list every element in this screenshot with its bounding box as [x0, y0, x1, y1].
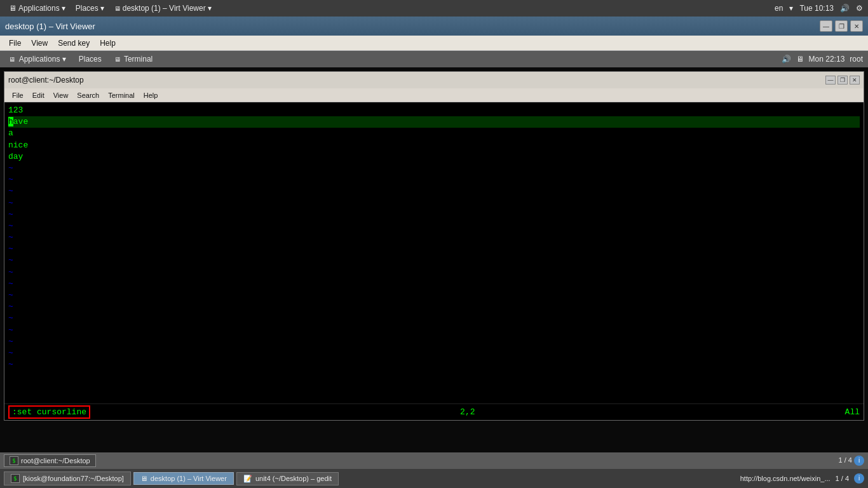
applications-label: Applications: [18, 4, 60, 13]
terminal-minimize[interactable]: —: [825, 76, 836, 85]
apps-chevron: ▾: [62, 4, 65, 13]
guest-clock: Mon 22:13: [809, 55, 845, 64]
term-menu-search[interactable]: Search: [73, 91, 103, 100]
term-menu-edit[interactable]: Edit: [29, 91, 48, 100]
system-bar-left: 🖥 Applications ▾ Places ▾ 🖥 desktop (1) …: [5, 3, 215, 14]
close-button[interactable]: ✕: [850, 20, 863, 32]
vim-tilde-6: ~: [8, 220, 860, 232]
terminal-titlebar: root@client:~/Desktop — ❐ ✕: [4, 72, 864, 88]
vim-statusbar: :set cursorline 2,2 All: [4, 403, 864, 420]
term-menu-help[interactable]: Help: [140, 91, 162, 100]
kiosk-label: [kiosk@foundation77:~/Desktop]: [23, 475, 124, 482]
host-taskbar: $ [kiosk@foundation77:~/Desktop] 🖥 deskt…: [0, 469, 868, 488]
term-menu-file[interactable]: File: [8, 91, 27, 100]
guest-user-label: root: [850, 55, 863, 64]
menu-sendkey[interactable]: Send key: [53, 37, 95, 49]
vim-line-2: have: [8, 116, 860, 128]
maximize-button[interactable]: ❐: [835, 20, 848, 32]
vim-tilde-5: ~: [8, 209, 860, 220]
host-task-gedit[interactable]: 📝 unit4 (~/Desktop) – gedit: [236, 472, 339, 485]
system-time: Tue 10:13: [799, 4, 834, 13]
guest-task-label: root@client:~/Desktop: [21, 457, 90, 464]
language-indicator[interactable]: en: [775, 4, 783, 13]
vim-tilde-3: ~: [8, 186, 860, 197]
guest-applications-menu[interactable]: 🖥 Applications ▾: [5, 53, 70, 65]
minimize-button[interactable]: —: [820, 20, 832, 32]
guest-desktop: root@client:~/Desktop — ❐ ✕ File Edit Vi…: [0, 67, 868, 452]
vim-command-input[interactable]: :set cursorline: [8, 405, 90, 419]
menu-help[interactable]: Help: [95, 37, 121, 49]
gedit-icon: 📝: [243, 475, 252, 483]
menu-view[interactable]: View: [26, 37, 53, 49]
vim-tilde-18: ~: [8, 359, 860, 370]
virt-viewer-title: desktop (1) – Virt Viewer: [5, 22, 95, 31]
virt-viewer-titlebar: desktop (1) – Virt Viewer — ❐ ✕: [0, 17, 868, 36]
term-menu-terminal[interactable]: Terminal: [104, 91, 139, 100]
guest-task-terminal[interactable]: $ root@client:~/Desktop: [4, 454, 96, 467]
terminal-controls: — ❐ ✕: [825, 76, 860, 85]
guest-terminal-label[interactable]: 🖥 Terminal: [111, 53, 156, 65]
applications-icon: 🖥: [9, 4, 17, 13]
titlebar-controls: — ❐ ✕: [820, 20, 863, 32]
guest-taskbar: $ root@client:~/Desktop 1 / 4 i: [0, 452, 868, 469]
vim-tilde-4: ~: [8, 198, 860, 209]
guest-places-label: Places: [79, 55, 102, 64]
guest-applications-label: Applications: [19, 55, 60, 64]
vim-tilde-12: ~: [8, 290, 860, 301]
terminal-maximize[interactable]: ❐: [837, 76, 848, 85]
window-menu-btn[interactable]: 🖥 desktop (1) – Virt Viewer ▾: [111, 3, 215, 14]
guest-taskbar-left: $ root@client:~/Desktop: [4, 454, 96, 467]
guest-display-icon: 🖥: [796, 55, 804, 64]
menu-file[interactable]: File: [4, 37, 26, 49]
vim-tilde-16: ~: [8, 336, 860, 348]
vim-tilde-9: ~: [8, 255, 860, 266]
vim-line-1: 123: [8, 105, 860, 116]
window-chevron: ▾: [208, 4, 212, 13]
virt-viewer-menubar: File View Send key Help: [0, 36, 868, 51]
host-task-virtviewer[interactable]: 🖥 desktop (1) – Virt Viewer: [133, 472, 234, 485]
guest-topbar: 🖥 Applications ▾ Places 🖥 Terminal 🔊 🖥 M…: [0, 51, 868, 67]
vim-editor[interactable]: 123 have a nice day ~ ~ ~ ~ ~ ~ ~ ~ ~ ~ …: [4, 102, 864, 403]
host-task-kiosk[interactable]: $ [kiosk@foundation77:~/Desktop]: [4, 471, 131, 485]
guest-pager: 1 / 4: [839, 456, 852, 464]
host-taskbar-items: $ [kiosk@foundation77:~/Desktop] 🖥 deskt…: [4, 471, 339, 485]
virtviewer-label: desktop (1) – Virt Viewer: [151, 475, 227, 482]
vim-tilde-1: ~: [8, 163, 860, 174]
guest-volume-icon[interactable]: 🔊: [782, 55, 791, 64]
vim-tilde-7: ~: [8, 232, 860, 243]
terminal-close[interactable]: ✕: [850, 76, 860, 85]
guest-places-menu[interactable]: Places: [75, 53, 105, 65]
vim-tilde-17: ~: [8, 348, 860, 359]
host-pager: 1 / 4: [836, 475, 849, 482]
vim-scroll-percent: All: [845, 407, 860, 417]
vim-tilde-8: ~: [8, 243, 860, 255]
vim-line-3: a: [8, 128, 860, 139]
guest-topbar-left: 🖥 Applications ▾ Places 🖥 Terminal: [5, 53, 156, 65]
guest-display: 🖥 Applications ▾ Places 🖥 Terminal 🔊 🖥 M…: [0, 51, 868, 469]
vim-tilde-14: ~: [8, 313, 860, 324]
terminal-icon: $: [10, 456, 18, 465]
guest-pager-icon[interactable]: i: [854, 456, 864, 466]
host-taskbar-right: http://blog.csdn.net/weixin_... 1 / 4 i: [740, 473, 864, 484]
vim-line-5: day: [8, 151, 860, 163]
terminal-window: root@client:~/Desktop — ❐ ✕ File Edit Vi…: [4, 71, 864, 421]
gedit-label: unit4 (~/Desktop) – gedit: [255, 475, 332, 482]
vim-cursor: h: [8, 117, 13, 126]
vim-tilde-15: ~: [8, 325, 860, 336]
vim-tilde-13: ~: [8, 301, 860, 313]
volume-icon[interactable]: 🔊: [840, 4, 850, 13]
virtviewer-icon: 🖥: [140, 475, 147, 482]
applications-menu[interactable]: 🖥 Applications ▾: [5, 3, 69, 14]
vim-position: 2,2: [460, 407, 475, 417]
term-menu-view[interactable]: View: [50, 91, 72, 100]
system-bar: 🖥 Applications ▾ Places ▾ 🖥 desktop (1) …: [0, 0, 868, 17]
host-pager-icon[interactable]: i: [854, 473, 864, 484]
places-menu[interactable]: Places ▾: [72, 3, 108, 14]
system-bar-right: en ▾ Tue 10:13 🔊 ⚙: [775, 4, 863, 13]
lang-chevron: ▾: [789, 4, 793, 13]
kiosk-icon: $: [11, 474, 20, 483]
host-url-text: http://blog.csdn.net/weixin_...: [740, 475, 831, 482]
guest-apps-chevron: ▾: [62, 55, 66, 64]
vim-line-4: nice: [8, 140, 860, 151]
settings-icon[interactable]: ⚙: [856, 4, 863, 13]
